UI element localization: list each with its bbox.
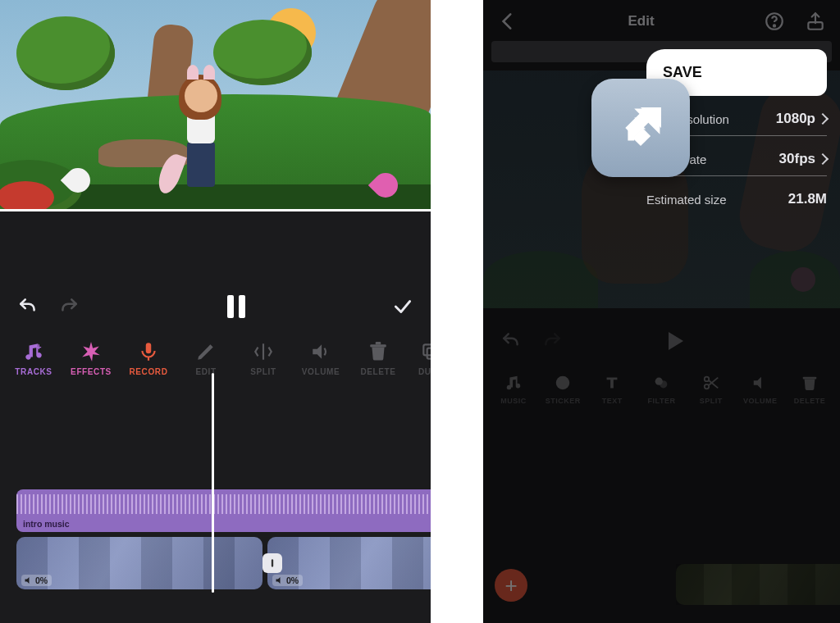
editor-screen-left: + TRACKS EFFECTS RECORD EDIT SP [0,0,431,623]
playhead[interactable] [212,373,214,593]
tool-label: STICKER [546,397,581,405]
svg-marker-5 [313,344,322,358]
music-note-icon [504,374,523,392]
svg-marker-10 [25,577,30,584]
confirm-button[interactable] [390,293,416,320]
help-button[interactable] [761,8,788,34]
pause-button[interactable] [223,293,249,320]
svg-rect-2 [146,343,152,353]
audio-clip-label: intro music [23,519,70,529]
svg-marker-28 [754,377,761,389]
video-clip[interactable]: 0% [16,537,262,589]
play-button[interactable] [659,332,683,350]
tool-dupe[interactable]: DUPE [407,341,431,376]
back-button[interactable] [495,8,521,34]
playback-controls [0,211,431,320]
mic-icon [138,341,159,362]
tool-sticker[interactable]: STICKER [539,374,587,405]
scissors-icon [702,374,720,392]
tool-edit[interactable]: EDIT [177,341,235,376]
tool-label: MUSIC [500,397,527,405]
tool-text[interactable]: TEXT [588,374,636,405]
arrow-emoji-sticker [591,79,690,177]
trash-icon [368,341,389,362]
setting-value: 1080p [776,111,815,127]
tool-label: TRACKS [15,367,52,376]
filter-icon [652,374,670,392]
edit-toolbar: MUSIC STICKER TEXT FILTER SPLIT VOLUME D… [483,354,840,405]
audio-clip[interactable]: intro music [16,489,431,532]
svg-rect-7 [376,342,381,344]
tool-split[interactable]: SPLIT [687,374,735,405]
clip-volume-badge: 0% [21,575,52,586]
page-title: Edit [628,13,654,30]
tool-music[interactable]: MUSIC [490,374,537,405]
transition-button[interactable] [262,553,282,573]
trash-icon [801,374,819,392]
tool-label: SPLIT [250,367,276,376]
top-bar: Edit [483,0,840,39]
svg-point-23 [660,380,668,388]
undo-button[interactable] [498,328,524,354]
tool-label: VOLUME [302,367,340,376]
svg-marker-1 [82,342,100,362]
waveform [16,494,431,514]
editor-screen-right: Edit SAVE Resolution 1080p Frame rate 30… [483,0,840,623]
tool-label: FILTER [648,397,676,405]
tool-label: VOLUME [743,397,778,405]
tool-delete[interactable]: DELETE [786,374,833,405]
undo-button[interactable] [15,293,41,320]
split-icon [253,341,274,362]
tool-volume[interactable]: VOLUME [292,341,349,376]
add-media-button[interactable]: + [495,569,527,602]
tool-tracks[interactable]: + TRACKS [5,341,62,376]
clip-volume-badge: 0% [272,575,303,586]
playback-controls [483,308,840,354]
svg-rect-9 [427,348,431,359]
svg-marker-11 [276,577,281,584]
music-note-icon: + [23,341,44,362]
chevron-right-icon [817,113,829,125]
tool-effects[interactable]: EFFECTS [62,341,120,376]
setting-value: 21.8M [788,191,827,207]
setting-label: Estimated size [646,193,727,207]
timeline[interactable]: intro music 0% 0% [0,412,431,593]
smiley-icon [554,374,572,392]
export-button[interactable] [802,8,829,34]
tool-label: TEXT [602,397,623,405]
tool-split[interactable]: SPLIT [235,341,292,376]
play-icon [669,332,683,350]
video-clip[interactable]: 0% [267,537,431,589]
redo-button[interactable] [539,328,565,354]
speaker-icon [751,374,769,392]
redo-button[interactable] [56,293,82,320]
setting-estimated-size: Estimated size 21.8M [646,176,827,216]
pencil-icon [195,341,217,362]
tool-label: SPLIT [700,397,723,405]
svg-point-25 [704,384,709,389]
tool-record[interactable]: RECORD [120,341,177,376]
pause-icon [227,295,245,318]
tool-filter[interactable]: FILTER [637,374,685,405]
video-track: 0% 0% [16,537,431,589]
svg-rect-6 [370,344,386,347]
duplicate-icon [420,341,431,362]
svg-point-14 [774,25,775,26]
tool-label: DUPE [418,367,431,376]
svg-text:+: + [36,342,42,352]
svg-rect-29 [803,377,817,380]
svg-point-24 [704,377,709,382]
video-preview[interactable] [0,0,431,211]
tool-volume[interactable]: VOLUME [737,374,784,405]
preview-character [172,80,230,194]
burst-icon [80,341,102,362]
setting-value: 30fps [779,151,815,167]
svg-rect-12 [272,559,273,566]
tool-delete[interactable]: DELETE [349,341,407,376]
speaker-icon [310,341,331,362]
edit-toolbar: + TRACKS EFFECTS RECORD EDIT SP [0,320,431,383]
tool-label: RECORD [130,367,168,376]
chevron-right-icon [817,153,829,165]
tool-label: DELETE [360,367,395,376]
video-clip-strip[interactable] [676,564,840,605]
